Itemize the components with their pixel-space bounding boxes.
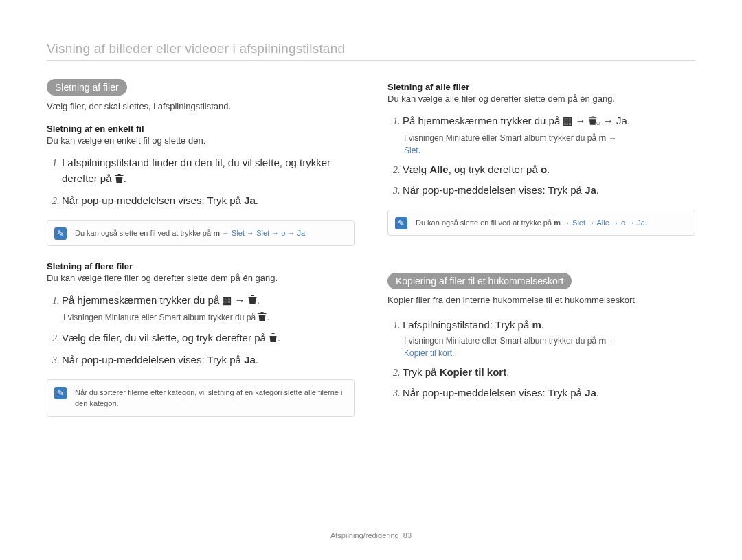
step-bold: Ja (244, 354, 256, 366)
substep-link: Slet (404, 146, 418, 155)
step-bold: m (532, 319, 541, 331)
substep: I visningen Miniature eller Smart album … (63, 311, 355, 325)
trash-icon (115, 172, 124, 188)
steps-copy-to-card: I afspilningstilstand: Tryk på m. I visn… (387, 317, 695, 401)
note-icon: ✎ (54, 227, 67, 240)
note-text: Du kan også slette en ﬁl ved at trykke p… (416, 219, 554, 227)
note-text: Du kan også slette en ﬁl ved at trykke p… (75, 229, 213, 237)
step-bold: Alle (429, 164, 449, 175)
trash-icon (248, 294, 257, 310)
trash-icon (258, 312, 267, 325)
section-intro: Kopier ﬁler fra den interne hukommelse t… (387, 295, 695, 305)
substep-key: m (598, 336, 606, 346)
section-pill-copy-to-card: Kopiering af ﬁler til et hukommelseskort (387, 273, 572, 289)
substep: I visningen Miniature eller Smart album … (404, 132, 695, 157)
step-bold: Ja (585, 387, 596, 399)
step-text: I afspilningstilstand ﬁnder du den ﬁl, d… (62, 157, 330, 184)
step-text: Tryk på (403, 366, 440, 378)
page-title: Visning af billeder eller videoer i afsp… (47, 41, 695, 61)
step-text: På hjemmeskærmen trykker du på (403, 115, 563, 126)
step-text: I afspilningstilstand: Tryk på (403, 319, 532, 331)
trash-all-icon: ALL (589, 115, 600, 131)
step-bold: Ja (585, 184, 596, 196)
footer-section: Afspilning/redigering (330, 531, 399, 539)
trash-icon (269, 332, 278, 348)
step-text: Vælg de ﬁler, du vil slette, og tryk der… (62, 332, 269, 344)
step: I afspilningstilstand ﬁnder du den ﬁl, d… (62, 155, 355, 188)
note-icon: ✎ (395, 217, 407, 229)
subhead-delete-single: Sletning af en enkelt ﬁl (47, 124, 355, 134)
arrow-icon: → (608, 336, 616, 346)
subhead-delete-all: Sletning af alle ﬁler (387, 82, 695, 92)
steps-delete-single: I afspilningstilstand ﬁnder du den ﬁl, d… (47, 155, 355, 209)
substep: I visningen Miniature eller Smart album … (404, 335, 695, 359)
note-flow: → Slet → Slet → o → Ja. (220, 229, 307, 237)
note-box: ✎ Når du sorterer ﬁlerne efter kategori,… (47, 379, 355, 417)
footer-page-number: 83 (403, 531, 412, 539)
section-intro: Vælg ﬁler, der skal slettes, i afspilnin… (47, 101, 355, 111)
note-flow: → Slet → Alle → o → Ja. (561, 219, 647, 227)
subhead-delete-multiple: Sletning af ﬂere ﬁler (47, 261, 355, 271)
substep-text: I visningen Miniature eller Smart album … (404, 336, 598, 346)
note-box: ✎ Du kan også slette en ﬁl ved at trykke… (387, 210, 695, 236)
step-bold: Kopier til kort (440, 366, 507, 378)
step: Vælg Alle, og tryk derefter på o. (403, 162, 695, 178)
steps-delete-all: På hjemmeskærmen trykker du på ▦ → ALL →… (387, 113, 695, 199)
step-tail: → Ja. (603, 115, 630, 126)
subdesc-delete-single: Du kan vælge en enkelt ﬁl og slette den. (47, 135, 355, 146)
subdesc-delete-multiple: Du kan vælge ﬂere ﬁler og derefter slett… (47, 273, 355, 283)
step-text: Når pop-up-meddelelsen vises: Tryk på (403, 387, 585, 399)
step-text: Når pop-up-meddelelsen vises: Tryk på (62, 354, 244, 366)
step-bold: o (541, 164, 547, 175)
step: Når pop-up-meddelelsen vises: Tryk på Ja… (403, 385, 695, 401)
step-text: På hjemmeskærmen trykker du på (62, 294, 222, 306)
svg-text:ALL: ALL (595, 122, 600, 126)
home-tile-icon: ▦ (563, 115, 572, 126)
step-text: Når pop-up-meddelelsen vises: Tryk på (403, 184, 585, 196)
step-bold: Ja (244, 194, 256, 206)
note-key: m (213, 229, 220, 237)
note-key: m (554, 219, 561, 227)
arrow-icon: → (235, 294, 248, 306)
substep-text: I visningen Miniature eller Smart album … (63, 313, 258, 322)
note-text: Når du sorterer ﬁlerne efter kategori, v… (75, 388, 342, 408)
step-text: , og tryk derefter på (449, 164, 541, 175)
period: . (256, 194, 258, 206)
substep-key: m (598, 133, 606, 143)
right-column: Sletning af alle ﬁler Du kan vælge alle … (387, 79, 695, 520)
step: Når pop-up-meddelelsen vises: Tryk på Ja… (62, 193, 355, 209)
step: Tryk på Kopier til kort. (403, 365, 695, 381)
home-tile-icon: ▦ (222, 294, 232, 306)
arrow-icon: → (608, 133, 616, 143)
note-icon: ✎ (54, 387, 67, 399)
page-footer: Afspilning/redigering 83 (47, 520, 695, 539)
step-text: Når pop-up-meddelelsen vises: Tryk på (62, 194, 244, 206)
step: Når pop-up-meddelelsen vises: Tryk på Ja… (62, 352, 355, 368)
step-text: Vælg (403, 164, 429, 175)
left-column: Sletning af ﬁler Vælg ﬁler, der skal sle… (47, 79, 355, 520)
substep-text: I visningen Miniature eller Smart album … (404, 133, 598, 143)
note-box: ✎ Du kan også slette en ﬁl ved at trykke… (47, 220, 355, 247)
step: På hjemmeskærmen trykker du på ▦ → ALL →… (403, 113, 695, 157)
step: I afspilningstilstand: Tryk på m. I visn… (403, 317, 695, 359)
step: Vælg de ﬁler, du vil slette, og tryk der… (62, 331, 355, 348)
section-pill-delete-files: Sletning af ﬁler (47, 79, 127, 96)
arrow-icon: → (576, 115, 589, 126)
step: På hjemmeskærmen trykker du på ▦ → . I v… (62, 293, 355, 325)
substep-link: Kopier til kort (404, 348, 452, 358)
step: Når pop-up-meddelelsen vises: Tryk på Ja… (403, 183, 695, 199)
steps-delete-multiple: På hjemmeskærmen trykker du på ▦ → . I v… (47, 293, 355, 368)
subdesc-delete-all: Du kan vælge alle ﬁler og derefter slett… (387, 93, 695, 104)
